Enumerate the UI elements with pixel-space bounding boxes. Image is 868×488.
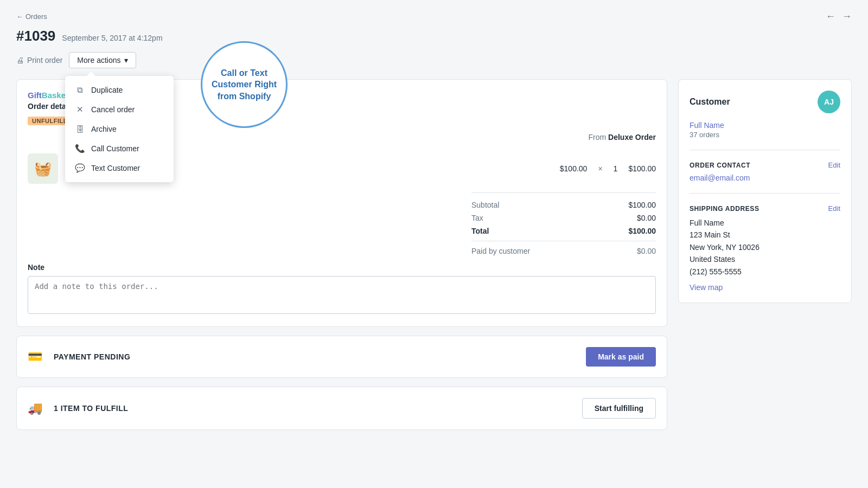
text-icon: 💬 <box>75 163 85 173</box>
avatar: AJ <box>818 91 840 113</box>
mark-as-paid-button[interactable]: Mark as paid <box>586 347 656 367</box>
item-qty: 1 <box>614 164 618 173</box>
item-total: $100.00 <box>628 164 656 173</box>
fulfill-card: 🚚 1 ITEM TO FULFILL Start fulfilling <box>16 387 667 430</box>
credit-card-icon: 💳 <box>28 347 47 367</box>
from-label: From Deluxe Order <box>589 133 656 142</box>
item-image: 🧺 <box>28 153 58 184</box>
note-input[interactable] <box>28 276 656 314</box>
item-price: $100.00 <box>560 164 588 173</box>
shipping-address: Full Name 123 Main St New York, NY 10026… <box>690 217 840 278</box>
total-label: Total <box>471 227 489 235</box>
customer-orders: 37 orders <box>690 131 840 139</box>
more-actions-button[interactable]: More actions ▾ <box>69 52 136 68</box>
note-label: Note <box>28 263 656 272</box>
shipping-address-label: SHIPPING ADDRESS <box>690 205 760 213</box>
address-line-3: New York, NY 10026 <box>690 241 840 253</box>
paid-row: Paid by customer $0.00 <box>471 247 656 255</box>
chevron-down-icon: ▾ <box>124 56 128 65</box>
callout-overlay: Call or Text Customer Right from Shopify <box>201 41 288 128</box>
order-contact-label: ORDER CONTACT <box>690 162 750 169</box>
cancel-icon: ✕ <box>75 105 85 114</box>
customer-name-link[interactable]: Full Name <box>690 121 840 130</box>
more-actions-dropdown: ⧉ Duplicate ✕ Cancel order 🗄 Archive 📞 C… <box>65 76 174 182</box>
tax-value: $0.00 <box>637 214 656 222</box>
duplicate-icon: ⧉ <box>75 85 85 95</box>
view-map-link[interactable]: View map <box>690 283 840 292</box>
prev-order-button[interactable]: ← <box>826 11 835 22</box>
order-number: #1039 <box>16 28 55 44</box>
item-price-col: $100.00 × 1 $100.00 <box>560 164 656 173</box>
print-order-button[interactable]: 🖨 Print order <box>16 53 62 68</box>
payment-label: PAYMENT PENDING <box>54 352 130 361</box>
fulfill-label: 1 ITEM TO FULFILL <box>54 404 128 413</box>
multiplier: × <box>598 164 602 173</box>
archive-icon: 🗄 <box>75 124 85 134</box>
tax-label: Tax <box>471 214 483 222</box>
order-totals: Subtotal $100.00 Tax $0.00 Total $100.00… <box>471 192 656 255</box>
dropdown-item-call[interactable]: 📞 Call Customer <box>65 139 174 158</box>
total-value: $100.00 <box>628 227 656 235</box>
address-line-4: United States <box>690 253 840 265</box>
dropdown-item-archive[interactable]: 🗄 Archive <box>65 119 174 139</box>
start-fulfilling-button[interactable]: Start fulfilling <box>582 398 656 419</box>
address-line-2: 123 Main St <box>690 229 840 241</box>
contact-email[interactable]: email@email.com <box>690 174 750 182</box>
paid-label: Paid by customer <box>471 247 530 255</box>
call-icon: 📞 <box>75 144 85 153</box>
dropdown-item-duplicate[interactable]: ⧉ Duplicate <box>65 80 174 100</box>
order-date: September 5, 2017 at 4:12pm <box>62 34 162 42</box>
address-line-5: (212) 555-5555 <box>690 266 840 278</box>
shipping-address-edit-button[interactable]: Edit <box>828 204 840 213</box>
next-order-button[interactable]: → <box>842 11 852 22</box>
truck-icon: 🚚 <box>28 401 47 415</box>
customer-title: Customer <box>690 97 730 107</box>
order-contact-edit-button[interactable]: Edit <box>828 161 840 169</box>
note-section: Note <box>28 263 656 316</box>
address-line-1: Full Name <box>690 217 840 229</box>
back-arrow-icon: ← <box>16 12 23 21</box>
paid-value: $0.00 <box>637 247 656 255</box>
customer-card: Customer AJ Full Name 37 orders ORDER CO… <box>678 79 852 303</box>
subtotal-value: $100.00 <box>628 201 656 209</box>
dropdown-item-cancel[interactable]: ✕ Cancel order <box>65 100 174 119</box>
back-to-orders[interactable]: ← Orders <box>16 12 47 21</box>
printer-icon: 🖨 <box>16 56 24 65</box>
subtotal-label: Subtotal <box>471 201 499 209</box>
payment-card: 💳 PAYMENT PENDING Mark as paid <box>16 336 667 378</box>
dropdown-item-text[interactable]: 💬 Text Customer <box>65 158 174 178</box>
